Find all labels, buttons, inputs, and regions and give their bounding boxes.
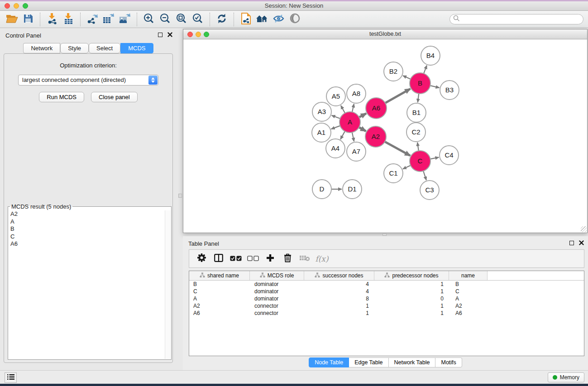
search-input[interactable] — [460, 15, 583, 23]
close-window-button[interactable] — [5, 3, 10, 9]
graph-node-A1[interactable]: A1 — [312, 123, 331, 142]
select-all-button[interactable] — [227, 255, 244, 263]
tab-style[interactable]: Style — [60, 43, 89, 53]
show-graphics-details-button[interactable] — [287, 12, 303, 27]
graph-edge-A-A4[interactable] — [340, 131, 345, 139]
tab-network-table[interactable]: Network Table — [389, 357, 436, 367]
graph-node-B1[interactable]: B1 — [407, 103, 426, 122]
graph-edge-B-B2[interactable] — [403, 76, 411, 79]
result-item[interactable]: C — [10, 233, 169, 241]
graph-node-A[interactable]: A — [339, 112, 360, 133]
graph-node-C4[interactable]: C4 — [440, 146, 459, 165]
close-panel-icon[interactable] — [167, 32, 172, 37]
memory-button[interactable]: Memory — [548, 372, 584, 382]
new-network-from-selection-button[interactable] — [238, 12, 254, 27]
add-column-button[interactable] — [262, 254, 279, 264]
column-settings-button[interactable] — [193, 253, 210, 264]
network-canvas[interactable]: B4B2BB3A5A8A6A3B1AA1C2A2A4A7CC4C1C3DD1 — [183, 39, 587, 233]
graph-node-A6[interactable]: A6 — [366, 98, 387, 119]
hide-selected-button[interactable] — [270, 12, 287, 27]
result-item[interactable]: B — [10, 225, 169, 233]
graph-edge-A-A7[interactable] — [352, 132, 354, 141]
graph-edge-A-A5[interactable] — [341, 105, 345, 113]
tab-select[interactable]: Select — [89, 43, 120, 53]
first-neighbors-button[interactable] — [254, 12, 270, 27]
graph-edge-A-A2[interactable] — [359, 127, 366, 131]
graph-node-C[interactable]: C — [410, 151, 430, 172]
refresh-button[interactable] — [214, 12, 230, 27]
table-row[interactable]: C dominator 4 1 C — [189, 288, 584, 295]
graph-edge-A-A1[interactable] — [331, 126, 340, 129]
close-panel-button[interactable]: Close panel — [91, 92, 138, 102]
run-mcds-button[interactable]: Run MCDS — [39, 92, 84, 102]
network-close-button[interactable] — [187, 32, 193, 37]
horizontal-split-handle[interactable] — [382, 234, 387, 236]
zoom-in-button[interactable] — [141, 12, 157, 27]
tab-node-table[interactable]: Node Table — [309, 357, 349, 367]
import-network-button[interactable] — [44, 12, 60, 27]
delete-column-button[interactable] — [279, 253, 296, 264]
graph-node-C1[interactable]: C1 — [384, 164, 403, 183]
float-panel-icon[interactable] — [158, 33, 163, 37]
criterion-select[interactable]: largest connected component (directed) — [18, 75, 158, 86]
export-table-button[interactable] — [100, 12, 117, 27]
float-panel-icon[interactable] — [569, 241, 574, 245]
graph-edge-A2-C[interactable] — [385, 142, 410, 156]
vertical-split-handle[interactable] — [178, 194, 182, 198]
graph-node-A4[interactable]: A4 — [326, 139, 345, 158]
graph-node-B3[interactable]: B3 — [440, 81, 459, 100]
graph-edge-A-A6[interactable] — [359, 114, 366, 117]
graph-node-D1[interactable]: D1 — [343, 180, 362, 199]
function-builder-button[interactable]: f(x) — [313, 254, 330, 263]
toolbar-search[interactable] — [449, 14, 583, 24]
zoom-selected-button[interactable] — [190, 12, 206, 27]
graph-edge-B-B1[interactable] — [418, 94, 419, 102]
table-row[interactable]: B dominator 4 1 B — [189, 281, 584, 288]
result-item[interactable]: A2 — [10, 210, 169, 218]
graph-node-A8[interactable]: A8 — [347, 84, 366, 103]
graph-edge-C-C1[interactable] — [403, 166, 411, 169]
graph-node-B4[interactable]: B4 — [421, 46, 440, 65]
zoom-out-button[interactable] — [157, 12, 173, 27]
zoom-fit-button[interactable] — [173, 12, 190, 27]
graph-edge-B-B4[interactable] — [424, 66, 427, 74]
tab-mcds[interactable]: MCDS — [120, 43, 153, 53]
export-image-button[interactable] — [117, 12, 133, 27]
graph-edge-A-A8[interactable] — [352, 104, 354, 112]
graph-edge-A6-B[interactable] — [385, 89, 410, 103]
column-header-successor-nodes[interactable]: successor nodes — [304, 271, 374, 280]
task-history-button[interactable] — [5, 372, 17, 383]
graph-node-A5[interactable]: A5 — [326, 87, 345, 106]
toggle-panels-button[interactable] — [210, 254, 227, 264]
graph-node-D[interactable]: D — [312, 180, 331, 199]
window-resize-grip[interactable] — [581, 226, 587, 232]
table-row[interactable]: A6 connector 1 1 A6 — [189, 310, 584, 317]
graph-node-C2[interactable]: C2 — [406, 123, 425, 142]
tab-network[interactable]: Network — [23, 43, 60, 53]
delete-table-button[interactable] — [296, 254, 313, 263]
result-item[interactable]: A — [10, 218, 169, 226]
graph-edge-A-A3[interactable] — [332, 115, 340, 119]
column-header-mcds-role[interactable]: MCDS role — [250, 271, 304, 280]
open-session-button[interactable] — [4, 12, 20, 27]
graph-node-A7[interactable]: A7 — [347, 142, 366, 161]
tab-edge-table[interactable]: Edge Table — [349, 357, 388, 367]
graph-node-A3[interactable]: A3 — [312, 102, 331, 121]
zoom-window-button[interactable] — [23, 3, 28, 9]
graph-edge-C-C4[interactable] — [430, 157, 439, 159]
network-zoom-button[interactable] — [204, 32, 209, 37]
network-minimize-button[interactable] — [196, 32, 201, 37]
close-panel-icon[interactable] — [579, 240, 584, 245]
minimize-window-button[interactable] — [14, 3, 19, 9]
save-session-button[interactable] — [20, 12, 36, 27]
network-window-titlebar[interactable]: testGlobe.txt — [183, 29, 587, 39]
graph-node-A2[interactable]: A2 — [365, 126, 386, 147]
graph-node-C3[interactable]: C3 — [420, 181, 439, 200]
graph-node-B2[interactable]: B2 — [384, 62, 403, 81]
export-network-button[interactable] — [84, 12, 100, 27]
column-header-name[interactable]: name — [449, 271, 488, 280]
column-header-predecessor-nodes[interactable]: predecessor nodes — [374, 271, 449, 280]
result-scrollbar[interactable] — [165, 210, 171, 359]
tab-motifs[interactable]: Motifs — [435, 357, 462, 367]
table-row[interactable]: A2 connector 1 1 A2 — [189, 302, 584, 310]
